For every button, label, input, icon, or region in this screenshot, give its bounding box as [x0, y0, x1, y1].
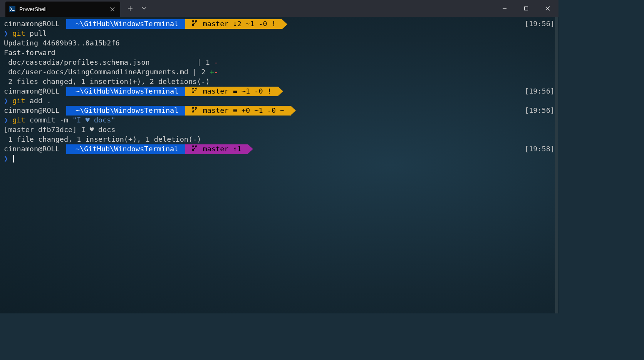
timestamp: [19:56] — [525, 87, 555, 96]
cursor-line: ❯ — [4, 154, 555, 164]
diff-line: doc/cascadia/profiles.schema.json | 1 - — [4, 58, 555, 67]
minimize-button[interactable] — [494, 0, 515, 17]
prompt-line: cinnamon@ROLL ~\GitHub\WindowsTerminal m… — [4, 87, 555, 96]
svg-point-7 — [192, 88, 194, 89]
git-branch-icon — [192, 19, 197, 29]
tab-powershell[interactable]: PowerShell — [5, 2, 120, 17]
command-name: git — [12, 96, 25, 106]
output-line: Fast-forward — [4, 48, 555, 58]
git-segment: master ↑1 — [185, 144, 248, 154]
diff-file: doc/user-docs/UsingCommandlineArguments.… — [4, 67, 210, 77]
prompt-line: cinnamon@ROLL ~\GitHub\WindowsTerminal m… — [4, 144, 555, 154]
command-args: add . — [25, 96, 51, 106]
command-name: git — [12, 29, 25, 39]
svg-rect-0 — [9, 6, 15, 12]
command-line: ❯ git add . — [4, 96, 555, 106]
svg-point-13 — [192, 146, 194, 147]
command-args: commit -m — [25, 116, 73, 125]
svg-point-8 — [195, 88, 197, 89]
close-window-button[interactable] — [537, 0, 558, 17]
git-segment: master ≡ +0 ~1 -0 ~ — [185, 106, 291, 116]
git-branch-icon — [192, 144, 197, 154]
svg-point-6 — [192, 24, 194, 26]
diff-file: doc/cascadia/profiles.schema.json | 1 — [4, 58, 214, 67]
window-controls — [494, 0, 558, 17]
tab-dropdown-button[interactable] — [137, 1, 151, 16]
prompt-glyph: ❯ — [4, 154, 12, 164]
text-cursor — [13, 155, 14, 162]
timestamp: [19:56] — [525, 106, 555, 116]
prompt-line: cinnamon@ROLL ~\GitHub\WindowsTerminal m… — [4, 19, 555, 29]
svg-point-5 — [195, 20, 197, 22]
output-line: [master dfb73dce] I ♥ docs — [4, 125, 555, 135]
path-segment: ~\GitHub\WindowsTerminal — [66, 19, 185, 29]
svg-point-4 — [192, 20, 194, 22]
close-tab-button[interactable] — [109, 5, 116, 13]
timestamp: [19:58] — [525, 144, 555, 154]
diff-minus: - — [214, 58, 218, 67]
output-line: 2 files changed, 1 insertion(+), 2 delet… — [4, 77, 555, 87]
output-line: Updating 44689b93..8a15b2f6 — [4, 39, 555, 48]
svg-point-10 — [192, 107, 194, 109]
user-host-segment: cinnamon@ROLL — [4, 144, 66, 154]
command-string: "I ♥ docs" — [72, 116, 115, 125]
svg-point-14 — [195, 146, 197, 147]
diff-plus: + — [210, 67, 214, 77]
user-host-segment: cinnamon@ROLL — [4, 87, 66, 96]
path-segment: ~\GitHub\WindowsTerminal — [66, 106, 185, 116]
scrollbar[interactable] — [555, 17, 558, 313]
maximize-button[interactable] — [515, 0, 537, 17]
command-name: git — [12, 116, 25, 125]
user-host-segment: cinnamon@ROLL — [4, 19, 66, 29]
command-line: ❯ git commit -m "I ♥ docs" — [4, 116, 555, 125]
tab-actions — [123, 1, 151, 16]
prompt-glyph: ❯ — [4, 29, 12, 39]
diff-line: doc/user-docs/UsingCommandlineArguments.… — [4, 67, 555, 77]
prompt-line: cinnamon@ROLL ~\GitHub\WindowsTerminal m… — [4, 106, 555, 116]
git-segment: master ↓2 ~1 -0 ! — [185, 19, 283, 29]
new-tab-button[interactable] — [123, 1, 137, 16]
svg-point-12 — [192, 111, 194, 112]
powershell-icon — [9, 6, 15, 12]
path-segment: ~\GitHub\WindowsTerminal — [66, 87, 185, 96]
svg-point-11 — [195, 107, 197, 109]
command-args: pull — [25, 29, 47, 39]
prompt-glyph: ❯ — [4, 116, 12, 125]
command-line: ❯ git pull — [4, 29, 555, 39]
svg-rect-3 — [525, 7, 528, 10]
path-segment: ~\GitHub\WindowsTerminal — [66, 144, 185, 154]
git-branch-icon — [192, 106, 197, 116]
git-branch-icon — [192, 87, 197, 96]
user-host-segment: cinnamon@ROLL — [4, 106, 66, 116]
diff-minus: - — [214, 67, 218, 77]
tab-title: PowerShell — [19, 6, 105, 12]
titlebar: PowerShell — [0, 0, 558, 17]
prompt-glyph: ❯ — [4, 96, 12, 106]
svg-point-9 — [192, 92, 194, 93]
timestamp: [19:56] — [525, 19, 555, 29]
output-line: 1 file changed, 1 insertion(+), 1 deleti… — [4, 135, 555, 144]
terminal[interactable]: cinnamon@ROLL ~\GitHub\WindowsTerminal m… — [0, 17, 558, 313]
git-segment: master ≡ ~1 -0 ! — [185, 87, 278, 96]
svg-point-15 — [192, 149, 194, 151]
